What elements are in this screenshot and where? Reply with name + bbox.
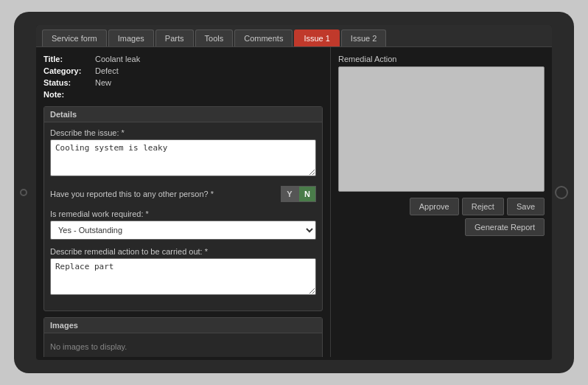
tablet-right-button [555, 186, 568, 199]
tab-issue2[interactable]: Issue 2 [341, 30, 386, 46]
issue-info: Title: Coolant leak Category: Defect Sta… [43, 55, 323, 99]
remedial-action-group: Describe remedial action to be carried o… [50, 247, 316, 297]
describe-label: Describe the issue: * [50, 128, 316, 137]
remedial-required-group: Is remedial work required: * Yes - Outst… [50, 209, 316, 240]
yn-group: Have you reported this to any other pers… [50, 186, 316, 202]
info-row-note: Note: [43, 90, 323, 99]
details-header: Details [44, 107, 322, 122]
describe-group: Describe the issue: * Cooling system is … [50, 128, 316, 178]
yn-n-button[interactable]: N [298, 186, 316, 202]
tab-images[interactable]: Images [108, 30, 154, 46]
info-row-title: Title: Coolant leak [43, 55, 323, 63]
content-area: Title: Coolant leak Category: Defect Sta… [36, 47, 552, 357]
remedial-required-label: Is remedial work required: * [50, 209, 316, 218]
remedial-required-select[interactable]: Yes - Outstanding No Yes - Completed [50, 221, 316, 240]
tab-tools[interactable]: Tools [195, 30, 234, 46]
tab-parts[interactable]: Parts [155, 30, 194, 46]
tablet-frame: Service form Images Parts Tools Comments… [14, 12, 574, 373]
action-buttons: Approve Reject Save Generate Report [338, 198, 545, 236]
reported-group: Have you reported this to any other pers… [50, 186, 316, 202]
reject-button[interactable]: Reject [462, 198, 504, 215]
right-panel: Remedial Action Approve Reject Save Gene… [331, 47, 552, 357]
info-row-status: Status: New [43, 78, 323, 87]
details-body: Describe the issue: * Cooling system is … [44, 122, 322, 311]
title-label: Title: [43, 55, 95, 63]
left-panel: Title: Coolant leak Category: Defect Sta… [36, 47, 331, 357]
tab-bar: Service form Images Parts Tools Comments… [36, 25, 552, 47]
images-section: Images No images to display. [43, 317, 323, 357]
reported-label: Have you reported this to any other pers… [50, 190, 281, 198]
status-value: New [95, 78, 111, 87]
tab-issue1[interactable]: Issue 1 [294, 30, 339, 46]
tab-comments[interactable]: Comments [234, 30, 293, 46]
info-row-category: Category: Defect [43, 66, 323, 75]
images-header: Images [44, 318, 322, 333]
tab-service-form[interactable]: Service form [42, 30, 107, 46]
category-label: Category: [43, 66, 95, 75]
yn-y-button[interactable]: Y [281, 186, 298, 202]
save-button[interactable]: Save [507, 198, 545, 215]
describe-textarea[interactable]: Cooling system is leaky [50, 139, 316, 176]
title-value: Coolant leak [95, 55, 140, 63]
screen: Service form Images Parts Tools Comments… [36, 25, 552, 360]
approve-button[interactable]: Approve [410, 198, 459, 215]
tablet-left-button [20, 189, 27, 196]
category-value: Defect [95, 66, 119, 75]
no-images-text: No images to display. [50, 339, 316, 354]
note-label: Note: [43, 90, 95, 99]
images-body: No images to display. [44, 333, 322, 357]
remedial-action-label: Describe remedial action to be carried o… [50, 247, 316, 256]
remedial-action-title: Remedial Action [338, 55, 545, 63]
status-label: Status: [43, 78, 95, 87]
generate-report-button[interactable]: Generate Report [465, 218, 545, 236]
remedial-action-textarea[interactable]: Replace part [50, 258, 316, 295]
details-section: Details Describe the issue: * Cooling sy… [43, 106, 323, 311]
remedial-action-editor[interactable] [338, 66, 545, 192]
